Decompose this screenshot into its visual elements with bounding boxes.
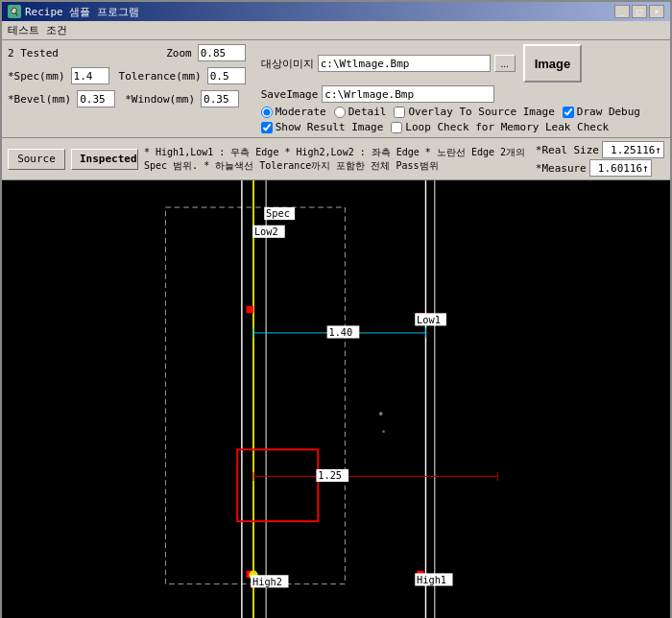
app-icon: 🍳 <box>8 5 21 18</box>
menu-item-test[interactable]: 테스트 조건 <box>8 24 67 36</box>
loop-check-checkbox[interactable] <box>391 122 402 133</box>
overlay-label: Overlay To Source Image <box>408 106 554 118</box>
save-input[interactable] <box>322 85 494 103</box>
action-bar: Source Inspected * High1,Low1 : 우측 Edge … <box>2 138 670 180</box>
svg-text:1.40: 1.40 <box>329 326 353 338</box>
show-result-option[interactable]: Show Result Image <box>261 121 384 133</box>
close-button[interactable]: × <box>649 5 664 18</box>
loop-check-option[interactable]: Loop Check for Memory Leak Check <box>391 121 609 133</box>
detail-option[interactable]: Detail <box>334 106 387 118</box>
zoom-label: Zoom <box>166 47 192 59</box>
measure-value[interactable] <box>589 159 652 177</box>
svg-text:Low2: Low2 <box>254 226 278 237</box>
file-panel: 대상이미지 ... Image SaveImage Moderate <box>261 44 640 133</box>
tested-row: 2 Tested Zoom <box>8 44 246 61</box>
measure-label: *Measure <box>536 162 587 175</box>
bevel-row: *Bevel(mm) *Window(mm) <box>8 90 246 107</box>
spec-input[interactable] <box>71 67 109 84</box>
draw-debug-option[interactable]: Draw Debug <box>563 106 640 118</box>
svg-point-34 <box>382 430 385 433</box>
browse-button[interactable]: ... <box>494 55 516 72</box>
tolerance-label: Tolerance(mm) <box>119 70 202 83</box>
measurements-panel: *Real Size *Measure <box>536 141 664 177</box>
real-size-label: *Real Size <box>536 144 599 156</box>
detail-label: Detail <box>348 106 387 118</box>
spec-label: *Spec(mm) <box>8 70 65 83</box>
overlay-option[interactable]: Overlay To Source Image <box>394 106 554 118</box>
minimize-button[interactable]: _ <box>614 5 630 18</box>
svg-rect-0 <box>22 180 650 618</box>
svg-text:High1: High1 <box>417 574 446 585</box>
top-controls: 2 Tested Zoom *Spec(mm) Tolerance(mm) *B… <box>2 40 670 138</box>
svg-point-33 <box>379 412 383 416</box>
moderate-radio[interactable] <box>261 107 273 118</box>
svg-text:Spec: Spec <box>266 207 290 219</box>
measure-row: *Measure <box>536 159 664 177</box>
show-result-label: Show Result Image <box>276 121 384 133</box>
window-input[interactable] <box>201 90 239 107</box>
bevel-label: *Bevel(mm) <box>8 93 71 106</box>
target-label: 대상이미지 <box>261 57 314 71</box>
draw-debug-label: Draw Debug <box>577 106 640 118</box>
moderate-option[interactable]: Moderate <box>261 106 326 118</box>
real-size-row: *Real Size <box>536 141 664 158</box>
tolerance-input[interactable] <box>207 67 246 84</box>
title-bar-left: 🍳 Recipe 샘플 프로그램 <box>8 5 139 19</box>
show-result-checkbox[interactable] <box>261 122 273 133</box>
save-row: SaveImage <box>261 85 640 103</box>
image-button[interactable]: Image <box>523 44 583 83</box>
menu-bar: 테스트 조건 <box>2 21 670 40</box>
target-row: 대상이미지 ... Image <box>261 44 640 83</box>
svg-text:1.25: 1.25 <box>318 469 342 481</box>
title-bar-buttons: _ □ × <box>614 5 664 18</box>
title-text: Recipe 샘플 프로그램 <box>25 5 139 19</box>
maximize-button[interactable]: □ <box>632 5 647 18</box>
bevel-input[interactable] <box>77 90 115 107</box>
loop-check-label: Loop Check for Memory Leak Check <box>405 121 609 133</box>
moderate-label: Moderate <box>276 106 326 118</box>
inspected-button[interactable]: Inspected <box>71 149 138 170</box>
real-size-value[interactable] <box>602 141 664 158</box>
tested-label: 2 Tested <box>8 47 59 59</box>
draw-debug-checkbox[interactable] <box>563 107 574 118</box>
svg-text:Low1: Low1 <box>417 314 441 325</box>
source-button[interactable]: Source <box>8 149 65 170</box>
options-row1: Moderate Detail Overlay To Source Image … <box>261 106 640 118</box>
hint-text: * High1,Low1 : 우측 Edge * High2,Low2 : 좌측… <box>144 146 526 173</box>
svg-text:High2: High2 <box>252 576 282 587</box>
save-label: SaveImage <box>261 88 319 101</box>
target-input[interactable] <box>318 55 491 72</box>
visualization-svg: Spec Low2 Low1 1.40 1.25 High2 High1 <box>2 180 670 618</box>
window-label: *Window(mm) <box>125 93 195 106</box>
detail-radio[interactable] <box>334 107 346 118</box>
main-window: 🍳 Recipe 샘플 프로그램 _ □ × 테스트 조건 2 Tested Z… <box>0 0 672 618</box>
svg-rect-8 <box>247 306 253 313</box>
options-row2: Show Result Image Loop Check for Memory … <box>261 121 640 133</box>
canvas-area: Spec Low2 Low1 1.40 1.25 High2 High1 <box>2 180 670 618</box>
main-content: 테스트 조건 2 Tested Zoom *Spec(mm) Tolerance… <box>2 21 670 618</box>
title-bar: 🍳 Recipe 샘플 프로그램 _ □ × <box>2 2 670 21</box>
left-controls: 2 Tested Zoom *Spec(mm) Tolerance(mm) *B… <box>8 44 246 110</box>
spec-row: *Spec(mm) Tolerance(mm) <box>8 67 246 84</box>
zoom-input[interactable] <box>198 44 246 61</box>
overlay-checkbox[interactable] <box>394 107 405 118</box>
